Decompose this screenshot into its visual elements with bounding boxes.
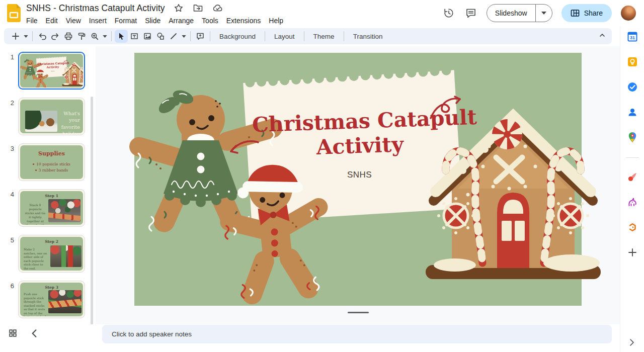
- slide-thumbnail-1[interactable]: Christmas Catapult Activity SNHS: [18, 52, 85, 90]
- new-slide-button[interactable]: [9, 30, 22, 43]
- menu-format[interactable]: Format: [111, 15, 141, 26]
- grid-view-button[interactable]: [9, 329, 17, 337]
- keep-button[interactable]: [626, 56, 638, 68]
- share-label: Share: [584, 9, 603, 17]
- slide-1-editing-surface[interactable]: Christmas Catapult Activity SNHS: [21, 54, 83, 87]
- slide-number: 6: [4, 282, 14, 290]
- paint-format-button[interactable]: [75, 30, 88, 43]
- slide-thumbnail-2[interactable]: What's your favorite holiday movie?: [18, 98, 85, 135]
- gingerbread-house-image[interactable]: [423, 86, 604, 287]
- menu-slide[interactable]: Slide: [141, 15, 165, 26]
- dropdown-caret-icon: [103, 35, 107, 38]
- new-slide-caret-button[interactable]: [22, 30, 29, 43]
- comments-icon: [465, 8, 476, 19]
- addon-hexagon-button[interactable]: [626, 221, 638, 233]
- insert-shape-button[interactable]: [154, 30, 167, 43]
- menu-arrange[interactable]: Arrange: [165, 15, 198, 26]
- document-title[interactable]: SNHS - Christmas Catapult Activity: [26, 3, 165, 14]
- transition-button[interactable]: Transition: [347, 30, 389, 43]
- slide-canvas: Christmas Catapult Activity SNHS: [96, 46, 620, 324]
- slide-thumbnail-5[interactable]: Step 2 Make 2 notches, one on either sid…: [18, 235, 85, 273]
- theme-button[interactable]: Theme: [307, 30, 341, 43]
- insert-shape-icon: [156, 32, 165, 41]
- gingerbread-boy-image[interactable]: [32, 68, 50, 87]
- left-arrow-doodle-image[interactable]: [229, 139, 260, 157]
- print-button[interactable]: [62, 30, 75, 43]
- rail-divider: [626, 157, 639, 158]
- zoom-icon: [90, 32, 99, 41]
- addon-unicorn-button[interactable]: [626, 196, 638, 208]
- star-button[interactable]: [173, 3, 184, 14]
- open-comments-button[interactable]: [464, 7, 477, 20]
- chevron-right-icon: [629, 339, 634, 346]
- background-button[interactable]: Background: [213, 30, 262, 43]
- menu-view[interactable]: View: [62, 15, 85, 26]
- menu-bar: File Edit View Insert Format Slide Arran…: [22, 15, 287, 26]
- move-button[interactable]: [192, 3, 204, 14]
- tasks-button[interactable]: [626, 81, 638, 93]
- slideshow-split-button: Slideshow: [487, 4, 552, 22]
- menu-insert[interactable]: Insert: [85, 15, 111, 26]
- thumbnail-photo: [48, 199, 80, 222]
- slides-logo[interactable]: [7, 4, 21, 22]
- slide-thumbnail-6[interactable]: Step 3 Push one popsicle stick through t…: [18, 281, 85, 318]
- google-slides-app: SNHS - Christmas Catapult Activity File …: [0, 0, 644, 352]
- share-audience-icon: [571, 9, 580, 17]
- speaker-notes-input[interactable]: Click to add speaker notes: [102, 325, 612, 343]
- filmstrip-scrollbar[interactable]: [91, 97, 93, 352]
- insert-image-button[interactable]: [141, 30, 154, 43]
- zoom-caret-button[interactable]: [101, 30, 108, 43]
- addon-comet-button[interactable]: [626, 171, 638, 183]
- thumbnail-text: Make 2 notches, one on either side of ea…: [24, 248, 48, 271]
- expand-side-panel-button[interactable]: [620, 339, 644, 346]
- insert-comment-button[interactable]: [194, 30, 207, 43]
- addon-unicorn-icon: [627, 197, 638, 208]
- calendar-icon: 31: [627, 31, 638, 42]
- cloud-saved-icon: [213, 4, 223, 13]
- slideshow-button[interactable]: Slideshow: [487, 9, 535, 17]
- menu-extensions[interactable]: Extensions: [222, 15, 265, 26]
- maps-icon: [627, 132, 637, 143]
- slide-number: 1: [4, 53, 14, 61]
- svg-text:31: 31: [629, 35, 634, 40]
- insert-line-caret-button[interactable]: [180, 30, 187, 43]
- thumbnail-title: Step 2: [20, 239, 83, 244]
- undo-button[interactable]: [36, 30, 49, 43]
- version-history-button[interactable]: [442, 7, 455, 20]
- collapse-toolbar-button[interactable]: [599, 32, 606, 39]
- toolbar-divider: [344, 31, 344, 41]
- zoom-button[interactable]: [88, 30, 101, 43]
- gingerbread-house-image[interactable]: [62, 58, 83, 87]
- contacts-button[interactable]: [626, 106, 638, 118]
- insert-line-button[interactable]: [167, 30, 180, 43]
- slide-1-editing-surface[interactable]: Christmas Catapult Activity SNHS: [134, 53, 582, 306]
- toolbar-divider: [32, 31, 33, 41]
- slideshow-options-button[interactable]: [536, 12, 552, 15]
- menu-file[interactable]: File: [22, 15, 42, 26]
- menu-tools[interactable]: Tools: [198, 15, 222, 26]
- get-addons-button[interactable]: [626, 246, 638, 258]
- calendar-button[interactable]: 31: [626, 31, 638, 43]
- slide-thumbnail-3[interactable]: Supplies 10 popsicle sticks 3 rubber ban…: [18, 143, 85, 181]
- share-button[interactable]: Share: [561, 4, 612, 22]
- account-avatar[interactable]: [621, 6, 636, 21]
- select-cursor-icon: [117, 32, 126, 41]
- slide-thumbnail-4[interactable]: Step 1 Stack 8 popsicle sticks and tie i…: [18, 189, 85, 227]
- notes-resize-handle[interactable]: [348, 312, 369, 313]
- collapse-toolbar-icon: [599, 32, 606, 39]
- slide-1-preview: Christmas Catapult Activity SNHS: [21, 54, 83, 87]
- bottom-left-controls: [0, 324, 96, 352]
- menu-edit[interactable]: Edit: [42, 15, 62, 26]
- collapse-filmstrip-button[interactable]: [31, 329, 37, 337]
- text-box-button[interactable]: [128, 30, 141, 43]
- select-tool-button[interactable]: [115, 30, 128, 43]
- menu-help[interactable]: Help: [265, 15, 287, 26]
- maps-button[interactable]: [626, 131, 638, 143]
- redo-button[interactable]: [49, 30, 62, 43]
- layout-button[interactable]: Layout: [268, 30, 301, 43]
- insert-image-icon: [143, 32, 152, 41]
- get-addons-icon: [627, 247, 637, 257]
- version-history-icon: [443, 8, 454, 19]
- gingerbread-boy-image[interactable]: [210, 151, 341, 308]
- document-status-button[interactable]: [212, 3, 224, 14]
